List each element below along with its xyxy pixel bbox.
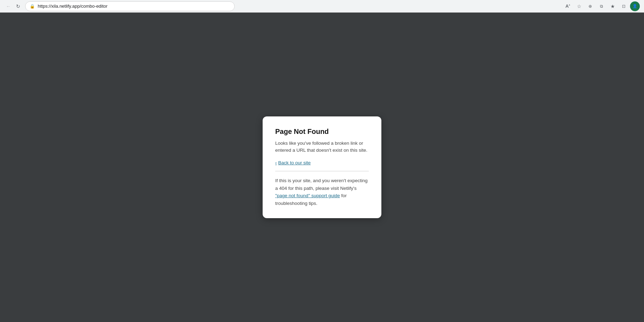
back-link-text: Back to our site xyxy=(278,160,311,165)
address-bar[interactable]: 🔒 https://xila.netlify.app/combo-editor xyxy=(25,1,235,11)
url-text: https://xila.netlify.app/combo-editor xyxy=(38,3,108,9)
error-card: Page Not Found Looks like you've followe… xyxy=(263,116,381,219)
back-to-site-link[interactable]: ‹ Back to our site xyxy=(275,160,311,165)
chevron-left-icon: ‹ xyxy=(275,160,277,165)
back-button[interactable]: ← xyxy=(4,2,13,10)
error-title: Page Not Found xyxy=(275,128,369,136)
page-content: Page Not Found Looks like you've followe… xyxy=(0,13,644,322)
favorites-bar-icon[interactable]: ★ xyxy=(608,1,617,11)
profile-icon[interactable]: 👤 xyxy=(630,1,640,11)
split-screen-icon[interactable]: ⧉ xyxy=(597,1,606,11)
error-description: Looks like you've followed a broken link… xyxy=(275,140,369,154)
support-link-text: "page not found" support guide xyxy=(275,193,340,198)
browser-chrome: ← ↻ 🔒 https://xila.netlify.app/combo-edi… xyxy=(0,0,644,13)
support-text-before: If this is your site, and you weren't ex… xyxy=(275,178,367,191)
reload-button[interactable]: ↻ xyxy=(14,2,22,10)
nav-buttons: ← ↻ xyxy=(4,2,22,10)
browser-essentials-icon[interactable]: ⊕ xyxy=(585,1,595,11)
favorites-icon[interactable]: ☆ xyxy=(574,1,584,11)
read-aloud-icon[interactable]: A+ xyxy=(563,1,573,11)
divider xyxy=(275,171,369,171)
support-guide-link[interactable]: "page not found" support guide xyxy=(275,193,340,198)
lock-icon: 🔒 xyxy=(30,4,35,9)
support-text: If this is your site, and you weren't ex… xyxy=(275,177,369,207)
collections-icon[interactable]: ⊡ xyxy=(619,1,629,11)
toolbar-icons: A+ ☆ ⊕ ⧉ ★ ⊡ 👤 xyxy=(563,1,640,11)
